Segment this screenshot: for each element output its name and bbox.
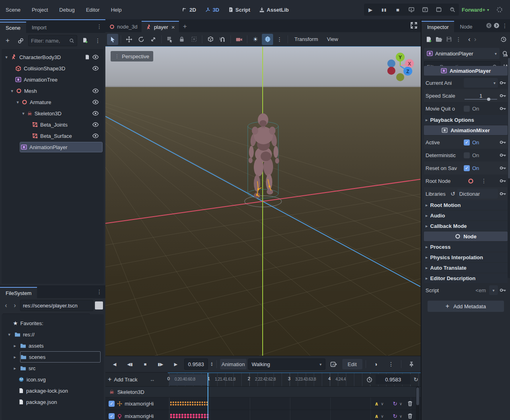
scale-tool-button[interactable] bbox=[148, 34, 159, 45]
key-property-icon[interactable] bbox=[498, 140, 508, 145]
scene-dock-menu-icon[interactable]: ⋮ bbox=[97, 24, 102, 29]
nav-back-icon[interactable]: ‹ bbox=[2, 302, 10, 309]
fs-row-package-json[interactable]: package.json bbox=[2, 396, 104, 408]
delete-track-button[interactable] bbox=[407, 397, 413, 410]
tab-inspector[interactable]: Inspector bbox=[422, 21, 454, 32]
snap-button[interactable] bbox=[205, 34, 216, 45]
menu-scene[interactable]: Scene bbox=[0, 4, 26, 16]
menu-editor[interactable]: Editor bbox=[80, 4, 105, 16]
collapse-icon[interactable]: ▾ bbox=[20, 111, 27, 116]
select-tool-button[interactable] bbox=[107, 34, 118, 45]
group-button[interactable] bbox=[188, 34, 199, 45]
move-tool-button[interactable] bbox=[123, 34, 135, 45]
track-loop-mode[interactable]: ↻ ∨ bbox=[393, 397, 402, 410]
tree-row-animationplayer[interactable]: AnimationPlayer bbox=[2, 141, 104, 153]
stop-animation-button[interactable]: ■ bbox=[138, 359, 152, 369]
group-editor-description[interactable]: ▸ Editor Description bbox=[424, 273, 508, 283]
add-track-button[interactable]: + Add Track ↔ bbox=[108, 374, 155, 385]
track-enabled-checkbox[interactable]: ✓ bbox=[109, 413, 115, 419]
libraries-dictionary-button[interactable]: Dictionar bbox=[457, 189, 498, 199]
movie-writer-button[interactable] bbox=[420, 5, 430, 14]
checkbox[interactable]: ✓ bbox=[464, 139, 470, 145]
play-backwards-from-end-button[interactable]: ◀▮ bbox=[123, 359, 137, 369]
animation-time-spinbox[interactable]: 0.9583 bbox=[184, 359, 208, 370]
revert-icon[interactable]: ↺ bbox=[450, 191, 455, 197]
menu-help[interactable]: Help bbox=[105, 4, 128, 16]
animation-menu-icon[interactable]: ⋮ bbox=[384, 359, 398, 369]
collapse-icon[interactable]: ▾ bbox=[14, 100, 21, 105]
visibility-eye-icon[interactable] bbox=[92, 99, 99, 105]
visibility-eye-icon[interactable] bbox=[92, 88, 99, 94]
history-back-icon[interactable] bbox=[486, 23, 492, 29]
attached-script-icon[interactable] bbox=[84, 54, 90, 60]
tree-row-beta-surface[interactable]: Beta_Surface bbox=[2, 130, 104, 141]
node-path-menu-icon[interactable]: ⋮ bbox=[481, 178, 487, 184]
checkbox[interactable] bbox=[464, 106, 470, 112]
list-select-button[interactable] bbox=[164, 34, 175, 45]
tree-row-mesh[interactable]: ▾ Mesh bbox=[2, 85, 104, 96]
fs-row-icon-svg[interactable]: icon.svg bbox=[2, 374, 104, 385]
keyframes-position[interactable] bbox=[170, 401, 209, 406]
menu-project[interactable]: Project bbox=[26, 4, 53, 16]
track-loop-mode[interactable]: ↻ ∨ bbox=[393, 410, 402, 420]
edit-animation-button[interactable]: Edit bbox=[342, 359, 362, 369]
menu-debug[interactable]: Debug bbox=[53, 4, 80, 16]
key-property-icon[interactable] bbox=[498, 80, 508, 85]
history-prev-icon[interactable]: ‹ bbox=[468, 35, 471, 43]
remote-play-button[interactable] bbox=[407, 5, 416, 14]
tree-row-characterbody3d[interactable]: ▾ CharacterBody3D bbox=[2, 51, 104, 63]
stop-button[interactable]: ■ bbox=[393, 5, 403, 14]
loop-mode-icon[interactable]: ↻ bbox=[413, 376, 418, 383]
key-property-icon[interactable] bbox=[498, 153, 508, 158]
scene-filter-input[interactable]: Filter: name, bbox=[28, 35, 77, 46]
close-tab-icon[interactable]: × bbox=[171, 24, 175, 31]
pause-button[interactable]: ▮▮ bbox=[379, 5, 389, 14]
scene-tab-player[interactable]: player × bbox=[142, 21, 179, 32]
current-animation-dropdown[interactable]: ▾ bbox=[464, 78, 498, 88]
key-property-icon[interactable] bbox=[498, 178, 508, 183]
preview-sun-button[interactable]: ☀ bbox=[250, 34, 261, 45]
load-resource-button[interactable] bbox=[436, 37, 442, 42]
preview-environment-button[interactable] bbox=[262, 34, 273, 45]
group-root-motion[interactable]: ▸ Root Motion bbox=[424, 200, 508, 210]
play-custom-scene-button[interactable] bbox=[434, 5, 444, 14]
renderer-selector[interactable]: Forward+ ▾ bbox=[462, 0, 503, 19]
history-next-icon[interactable]: › bbox=[474, 35, 477, 43]
current-path-field[interactable]: res://scenes/player.tscn bbox=[20, 300, 93, 311]
play-backwards-button[interactable]: ◀ bbox=[108, 359, 121, 369]
track-row-position[interactable]: ✓ mixamorigHi ∧ ∨ ↻ ∨ bbox=[105, 397, 421, 410]
workspace-2d-button[interactable]: 2D bbox=[179, 7, 199, 13]
delete-track-button[interactable] bbox=[407, 410, 413, 420]
instance-scene-button[interactable] bbox=[15, 35, 26, 46]
scene-tab-node3d[interactable]: node_3d bbox=[105, 21, 142, 32]
track-row-rotation[interactable]: ✓ mixamorigHi ∧ ∨ ↻ ∨ bbox=[105, 410, 421, 420]
fs-row-res[interactable]: ▾ res:// bbox=[2, 329, 104, 340]
fs-row-src[interactable]: ▸ src bbox=[2, 363, 104, 374]
scene-tree-menu-icon[interactable]: ⋮ bbox=[93, 35, 103, 46]
visibility-eye-icon[interactable] bbox=[92, 122, 99, 127]
track-update-mode[interactable]: ∧ ∨ bbox=[374, 410, 384, 420]
filesystem-menu-icon[interactable]: ⋮ bbox=[97, 289, 102, 295]
pin-panel-button[interactable] bbox=[405, 359, 418, 369]
resource-menu-icon[interactable]: ⋮ bbox=[456, 37, 461, 42]
save-resource-button[interactable] bbox=[446, 36, 452, 42]
workspace-script-button[interactable]: Script bbox=[226, 7, 253, 13]
nav-forward-icon[interactable]: › bbox=[11, 302, 19, 309]
lock-button[interactable] bbox=[176, 34, 187, 45]
animation-menu-button[interactable]: Animation bbox=[220, 359, 247, 369]
workspace-3d-button[interactable]: 3D bbox=[203, 7, 222, 13]
expand-icon[interactable]: ▸ bbox=[12, 343, 18, 348]
tree-row-animationtree[interactable]: AnimationTree bbox=[2, 74, 104, 85]
view-options-menu-icon[interactable]: ⋮ bbox=[274, 34, 285, 45]
visibility-eye-icon[interactable] bbox=[92, 111, 99, 116]
magnet-snap-button[interactable] bbox=[217, 34, 228, 45]
profiler-button[interactable] bbox=[448, 5, 457, 14]
collapse-icon[interactable]: ▾ bbox=[9, 88, 15, 94]
key-property-icon[interactable] bbox=[498, 191, 508, 196]
fs-row-assets[interactable]: ▸ assets bbox=[2, 340, 104, 351]
script-dropdown-button[interactable]: ▾ bbox=[489, 285, 498, 295]
checkbox[interactable]: ✓ bbox=[464, 165, 470, 171]
transform-menu[interactable]: Transform bbox=[290, 36, 322, 42]
play-animation-button[interactable]: ▶ bbox=[169, 359, 183, 369]
camera-preview-button[interactable] bbox=[233, 34, 245, 45]
